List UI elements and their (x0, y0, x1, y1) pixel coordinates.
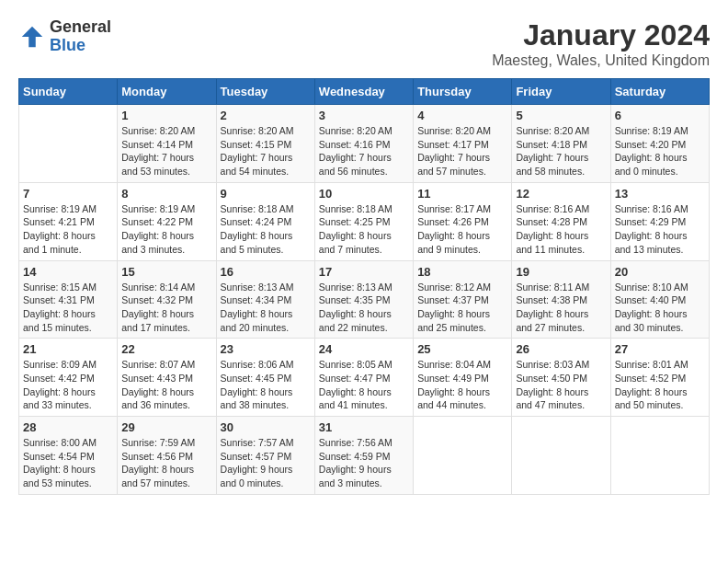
day-number: 6 (615, 109, 705, 122)
calendar-day-cell: 21Sunrise: 8:09 AM Sunset: 4:42 PM Dayli… (19, 339, 118, 417)
day-number: 18 (417, 265, 507, 279)
calendar-day-cell: 7Sunrise: 8:19 AM Sunset: 4:21 PM Daylig… (19, 182, 118, 260)
month-title: January 2024 (492, 18, 710, 52)
day-info: Sunrise: 8:20 AM Sunset: 4:17 PM Dayligh… (417, 124, 507, 178)
day-info: Sunrise: 8:19 AM Sunset: 4:21 PM Dayligh… (23, 202, 113, 257)
calendar-day-cell: 15Sunrise: 8:14 AM Sunset: 4:32 PM Dayli… (118, 260, 216, 339)
logo: General Blue (18, 18, 111, 55)
calendar-day-cell: 16Sunrise: 8:13 AM Sunset: 4:34 PM Dayli… (216, 260, 314, 339)
day-info: Sunrise: 8:18 AM Sunset: 4:24 PM Dayligh… (221, 202, 311, 257)
calendar-table: SundayMondayTuesdayWednesdayThursdayFrid… (18, 78, 710, 495)
calendar-week-row: 1Sunrise: 8:20 AM Sunset: 4:14 PM Daylig… (19, 105, 710, 183)
day-info: Sunrise: 8:03 AM Sunset: 4:50 PM Dayligh… (516, 358, 606, 412)
day-info: Sunrise: 7:57 AM Sunset: 4:57 PM Dayligh… (221, 436, 311, 490)
day-info: Sunrise: 8:13 AM Sunset: 4:34 PM Dayligh… (221, 281, 311, 335)
day-of-week-header: Wednesday (314, 79, 413, 105)
day-number: 9 (221, 187, 311, 201)
logo-general-text: General (50, 18, 111, 37)
logo-icon (18, 23, 46, 51)
calendar-day-cell: 1Sunrise: 8:20 AM Sunset: 4:14 PM Daylig… (118, 105, 216, 183)
day-number: 11 (417, 187, 507, 201)
day-info: Sunrise: 8:04 AM Sunset: 4:49 PM Dayligh… (417, 358, 507, 412)
calendar-day-cell: 9Sunrise: 8:18 AM Sunset: 4:24 PM Daylig… (216, 182, 314, 260)
calendar-week-row: 28Sunrise: 8:00 AM Sunset: 4:54 PM Dayli… (19, 417, 710, 495)
calendar-day-cell: 22Sunrise: 8:07 AM Sunset: 4:43 PM Dayli… (118, 339, 216, 417)
calendar-day-cell (19, 105, 118, 183)
day-of-week-header: Saturday (610, 79, 709, 105)
calendar-day-cell (414, 417, 512, 495)
calendar-day-cell: 17Sunrise: 8:13 AM Sunset: 4:35 PM Dayli… (314, 260, 413, 339)
day-info: Sunrise: 7:56 AM Sunset: 4:59 PM Dayligh… (319, 436, 409, 490)
day-info: Sunrise: 8:01 AM Sunset: 4:52 PM Dayligh… (615, 358, 705, 412)
day-info: Sunrise: 7:59 AM Sunset: 4:56 PM Dayligh… (121, 436, 211, 490)
calendar-day-cell: 25Sunrise: 8:04 AM Sunset: 4:49 PM Dayli… (414, 339, 512, 417)
day-number: 8 (121, 187, 211, 201)
day-info: Sunrise: 8:10 AM Sunset: 4:40 PM Dayligh… (615, 281, 705, 335)
day-number: 14 (23, 265, 113, 279)
calendar-day-cell: 14Sunrise: 8:15 AM Sunset: 4:31 PM Dayli… (19, 260, 118, 339)
day-info: Sunrise: 8:15 AM Sunset: 4:31 PM Dayligh… (23, 281, 113, 335)
day-number: 2 (221, 109, 311, 122)
calendar-day-cell: 13Sunrise: 8:16 AM Sunset: 4:29 PM Dayli… (610, 182, 709, 260)
title-block: January 2024 Maesteg, Wales, United King… (492, 18, 710, 69)
day-number: 12 (516, 187, 606, 201)
calendar-day-cell: 10Sunrise: 8:18 AM Sunset: 4:25 PM Dayli… (314, 182, 413, 260)
day-info: Sunrise: 8:16 AM Sunset: 4:28 PM Dayligh… (516, 202, 606, 257)
logo-blue-text: Blue (50, 37, 111, 55)
calendar-day-cell: 5Sunrise: 8:20 AM Sunset: 4:18 PM Daylig… (512, 105, 610, 183)
day-number: 1 (121, 109, 211, 122)
calendar-day-cell: 18Sunrise: 8:12 AM Sunset: 4:37 PM Dayli… (414, 260, 512, 339)
calendar-day-cell: 23Sunrise: 8:06 AM Sunset: 4:45 PM Dayli… (216, 339, 314, 417)
day-of-week-header: Monday (118, 79, 216, 105)
day-number: 15 (121, 265, 211, 279)
svg-marker-1 (22, 27, 43, 48)
day-number: 30 (221, 420, 311, 434)
day-info: Sunrise: 8:00 AM Sunset: 4:54 PM Dayligh… (23, 436, 113, 490)
day-info: Sunrise: 8:11 AM Sunset: 4:38 PM Dayligh… (516, 281, 606, 335)
calendar-day-cell: 30Sunrise: 7:57 AM Sunset: 4:57 PM Dayli… (216, 417, 314, 495)
calendar-day-cell: 20Sunrise: 8:10 AM Sunset: 4:40 PM Dayli… (610, 260, 709, 339)
day-number: 28 (23, 420, 113, 434)
calendar-header-row: SundayMondayTuesdayWednesdayThursdayFrid… (19, 79, 710, 105)
day-of-week-header: Thursday (414, 79, 512, 105)
calendar-day-cell: 29Sunrise: 7:59 AM Sunset: 4:56 PM Dayli… (118, 417, 216, 495)
calendar-day-cell: 24Sunrise: 8:05 AM Sunset: 4:47 PM Dayli… (314, 339, 413, 417)
day-number: 17 (319, 265, 409, 279)
day-number: 13 (615, 187, 705, 201)
calendar-day-cell: 27Sunrise: 8:01 AM Sunset: 4:52 PM Dayli… (610, 339, 709, 417)
day-number: 10 (319, 187, 409, 201)
calendar-day-cell: 11Sunrise: 8:17 AM Sunset: 4:26 PM Dayli… (414, 182, 512, 260)
day-number: 25 (417, 342, 507, 356)
calendar-day-cell: 28Sunrise: 8:00 AM Sunset: 4:54 PM Dayli… (19, 417, 118, 495)
day-info: Sunrise: 8:18 AM Sunset: 4:25 PM Dayligh… (319, 202, 409, 257)
day-info: Sunrise: 8:17 AM Sunset: 4:26 PM Dayligh… (417, 202, 507, 257)
calendar-day-cell: 2Sunrise: 8:20 AM Sunset: 4:15 PM Daylig… (216, 105, 314, 183)
day-number: 20 (615, 265, 705, 279)
day-info: Sunrise: 8:12 AM Sunset: 4:37 PM Dayligh… (417, 281, 507, 335)
calendar-day-cell (512, 417, 610, 495)
day-info: Sunrise: 8:19 AM Sunset: 4:20 PM Dayligh… (615, 124, 705, 178)
page-header: General Blue January 2024 Maesteg, Wales… (18, 18, 710, 69)
day-number: 31 (319, 420, 409, 434)
calendar-day-cell (610, 417, 709, 495)
day-info: Sunrise: 8:16 AM Sunset: 4:29 PM Dayligh… (615, 202, 705, 257)
day-info: Sunrise: 8:20 AM Sunset: 4:16 PM Dayligh… (319, 124, 409, 178)
day-number: 29 (121, 420, 211, 434)
day-number: 22 (121, 342, 211, 356)
calendar-day-cell: 6Sunrise: 8:19 AM Sunset: 4:20 PM Daylig… (610, 105, 709, 183)
day-number: 3 (319, 109, 409, 122)
calendar-day-cell: 12Sunrise: 8:16 AM Sunset: 4:28 PM Dayli… (512, 182, 610, 260)
day-number: 27 (615, 342, 705, 356)
day-number: 5 (516, 109, 606, 122)
day-info: Sunrise: 8:09 AM Sunset: 4:42 PM Dayligh… (23, 358, 113, 412)
calendar-day-cell: 3Sunrise: 8:20 AM Sunset: 4:16 PM Daylig… (314, 105, 413, 183)
calendar-day-cell: 26Sunrise: 8:03 AM Sunset: 4:50 PM Dayli… (512, 339, 610, 417)
day-info: Sunrise: 8:07 AM Sunset: 4:43 PM Dayligh… (121, 358, 211, 412)
calendar-week-row: 21Sunrise: 8:09 AM Sunset: 4:42 PM Dayli… (19, 339, 710, 417)
day-number: 26 (516, 342, 606, 356)
day-info: Sunrise: 8:20 AM Sunset: 4:15 PM Dayligh… (221, 124, 311, 178)
day-info: Sunrise: 8:20 AM Sunset: 4:14 PM Dayligh… (121, 124, 211, 178)
day-of-week-header: Friday (512, 79, 610, 105)
calendar-day-cell: 19Sunrise: 8:11 AM Sunset: 4:38 PM Dayli… (512, 260, 610, 339)
day-number: 16 (221, 265, 311, 279)
